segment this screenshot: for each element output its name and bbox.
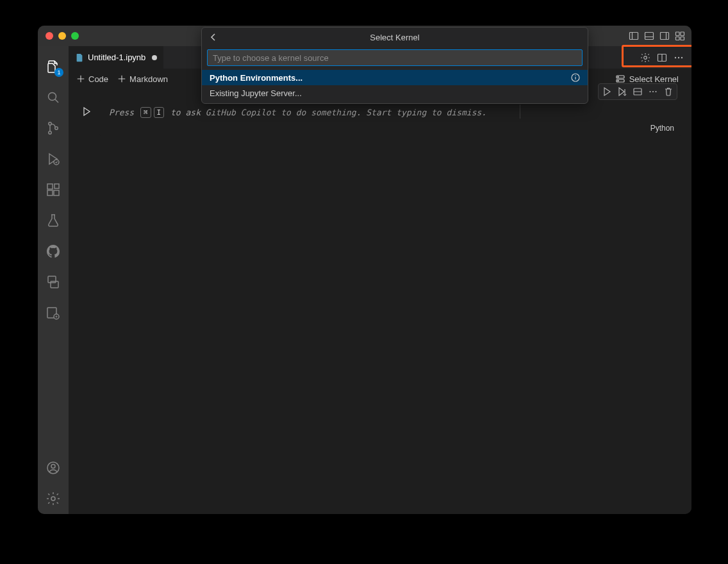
- svg-point-32: [681, 56, 682, 58]
- plus-icon: [117, 74, 126, 83]
- svg-point-30: [675, 56, 676, 58]
- minimap-divider: [520, 104, 520, 119]
- window-body: 1: [38, 46, 691, 514]
- notebook-icon: [75, 53, 84, 62]
- svg-rect-7: [681, 32, 684, 36]
- add-code-cell-button[interactable]: Code: [76, 74, 108, 84]
- settings-activity[interactable]: [38, 483, 69, 514]
- svg-rect-19: [54, 184, 59, 188]
- tab-actions: [638, 50, 691, 65]
- notebook-settings-icon[interactable]: [638, 50, 653, 65]
- svg-point-39: [618, 76, 618, 77]
- vscode-window: 1: [38, 26, 691, 514]
- activity-bar: 1: [38, 46, 69, 514]
- svg-point-46: [655, 91, 656, 92]
- project-manager-activity[interactable]: [38, 297, 69, 328]
- svg-point-12: [49, 122, 51, 125]
- svg-rect-18: [54, 190, 59, 195]
- dirty-indicator-icon: [152, 55, 157, 60]
- key-i: I: [154, 107, 165, 118]
- cell-more-icon[interactable]: [646, 85, 660, 99]
- svg-rect-16: [47, 184, 53, 189]
- quickpick-input[interactable]: [207, 49, 583, 66]
- titlebar-layout-controls: [627, 26, 686, 46]
- split-editor-icon[interactable]: [654, 50, 670, 65]
- minimize-window-button[interactable]: [58, 32, 66, 40]
- svg-rect-2: [645, 33, 654, 40]
- toggle-primary-sidebar-icon[interactable]: [627, 29, 640, 42]
- cell-footer: Python: [100, 122, 681, 135]
- toggle-panel-icon[interactable]: [643, 29, 656, 42]
- svg-point-13: [49, 131, 51, 134]
- svg-point-44: [649, 91, 650, 92]
- cell-action-bar: [598, 83, 677, 100]
- cell-input[interactable]: Press ⌘I to ask GitHub Copilot to do som…: [100, 101, 681, 122]
- explorer-activity[interactable]: 1: [38, 51, 69, 82]
- explorer-badge: 1: [54, 68, 63, 77]
- quickpick-item-label: Python Environments...: [210, 73, 302, 83]
- key-cmd: ⌘: [140, 107, 151, 118]
- run-cell-icon[interactable]: [600, 85, 614, 99]
- run-by-line-icon[interactable]: [615, 85, 629, 99]
- add-markdown-label: Markdown: [129, 74, 168, 84]
- quickpick-header: Select Kernel: [202, 28, 588, 47]
- quickpick-title: Select Kernel: [202, 33, 588, 42]
- toggle-secondary-sidebar-icon[interactable]: [658, 29, 671, 42]
- tab-label: Untitled-1.ipynb: [88, 53, 145, 62]
- plus-icon: [76, 74, 85, 83]
- close-window-button[interactable]: [46, 32, 53, 40]
- run-debug-activity[interactable]: [38, 144, 69, 174]
- svg-point-31: [678, 56, 679, 58]
- server-icon: [615, 74, 625, 84]
- svg-point-26: [51, 497, 55, 501]
- back-icon[interactable]: [207, 31, 220, 44]
- svg-point-49: [575, 75, 575, 76]
- notebook-body: Press ⌘I to ask GitHub Copilot to do som…: [69, 90, 691, 514]
- copilot-hint-suffix: to ask GitHub Copilot to do something. S…: [165, 108, 486, 117]
- kernel-quickpick: Select Kernel Python Environments... Exi…: [201, 27, 588, 104]
- svg-line-11: [55, 99, 58, 103]
- editor-area: Untitled-1.ipynb Code Markdown: [69, 46, 691, 514]
- extensions-activity[interactable]: [38, 174, 69, 205]
- svg-rect-17: [47, 190, 53, 195]
- svg-rect-0: [630, 33, 638, 40]
- remote-explorer-activity[interactable]: [38, 267, 69, 297]
- info-icon[interactable]: [570, 72, 581, 83]
- add-markdown-cell-button[interactable]: Markdown: [117, 74, 168, 84]
- svg-point-27: [644, 56, 647, 59]
- quickpick-input-wrap: [202, 47, 588, 70]
- split-cell-icon[interactable]: [631, 85, 645, 99]
- svg-point-25: [51, 465, 55, 469]
- svg-point-45: [652, 91, 654, 92]
- run-cell-gutter-icon[interactable]: [79, 104, 94, 119]
- svg-rect-8: [676, 37, 680, 40]
- accounts-activity[interactable]: [38, 452, 69, 483]
- copilot-hint-prefix: Press: [109, 108, 139, 117]
- github-activity[interactable]: [38, 236, 69, 267]
- tab-untitled-notebook[interactable]: Untitled-1.ipynb: [69, 46, 163, 69]
- customize-layout-icon[interactable]: [674, 29, 686, 42]
- code-cell[interactable]: Press ⌘I to ask GitHub Copilot to do som…: [99, 100, 681, 136]
- quickpick-list: Python Environments... Existing Jupyter …: [202, 70, 588, 103]
- svg-rect-9: [681, 37, 684, 40]
- more-actions-icon[interactable]: [671, 50, 686, 65]
- cell-language-label[interactable]: Python: [650, 124, 674, 133]
- select-kernel-label: Select Kernel: [629, 74, 679, 84]
- quickpick-item-label: Existing Jupyter Server...: [210, 88, 302, 98]
- add-code-label: Code: [88, 74, 108, 84]
- svg-point-40: [618, 80, 618, 81]
- quickpick-item-python-env[interactable]: Python Environments...: [202, 70, 588, 85]
- source-control-activity[interactable]: [38, 113, 69, 144]
- svg-rect-4: [661, 33, 669, 40]
- quickpick-item-jupyter-server[interactable]: Existing Jupyter Server...: [202, 85, 588, 101]
- cell-body: Press ⌘I to ask GitHub Copilot to do som…: [99, 100, 681, 136]
- svg-point-10: [49, 93, 56, 101]
- search-activity[interactable]: [38, 82, 69, 113]
- traffic-lights: [46, 32, 79, 40]
- maximize-window-button[interactable]: [71, 32, 79, 40]
- delete-cell-icon[interactable]: [661, 85, 675, 99]
- svg-rect-6: [676, 32, 680, 36]
- testing-activity[interactable]: [38, 205, 69, 236]
